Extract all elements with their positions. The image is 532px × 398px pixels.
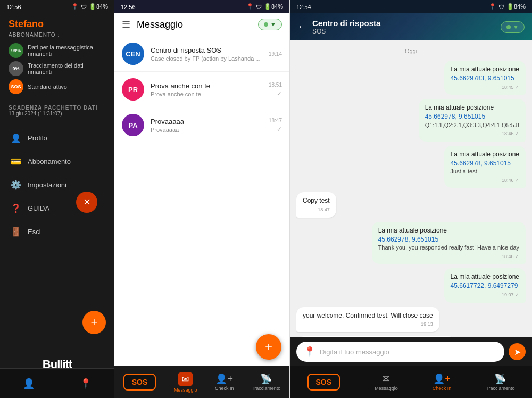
bubble-extra: Q1:1.1,Q2:2.1,Q3:3.3,Q4:4.1,Q5:5.8	[425, 121, 519, 129]
message-meta: 18:47 ✓	[269, 118, 282, 133]
messaggio-nav-item[interactable]: ✉ Messaggio	[174, 372, 197, 393]
messaggio-nav-item[interactable]: ✉ Messaggio	[375, 373, 398, 391]
chat-bottom-nav: SOS ✉ Messaggio 👤+ Check In 📡 Tracciamen…	[290, 366, 532, 398]
checkin-icon: 👤+	[215, 373, 233, 385]
message-list: CEN Centro di risposta SOS Case closed b…	[114, 36, 289, 366]
chat-bubble: La mia attuale posizione 45.662978, 9.65…	[372, 222, 526, 264]
checkin-nav-item[interactable]: 👤+ Check In	[433, 373, 452, 391]
hamburger-icon[interactable]: ☰	[122, 19, 130, 30]
messages-header: ☰ Messaggio ▼	[114, 13, 289, 36]
back-button[interactable]: ←	[297, 21, 307, 32]
nav-item-impostazioni[interactable]: ⚙️ Impostazioni	[0, 173, 114, 196]
nav-item-guida[interactable]: ❓ GUIDA	[0, 196, 114, 220]
sos-button[interactable]: SOS	[307, 374, 340, 391]
message-time: 19:14	[269, 51, 282, 57]
compose-fab[interactable]: +	[256, 334, 281, 360]
bubble-check: ✓	[515, 85, 519, 90]
stat-label-tracking: Tracciamento dei dati rimanenti	[28, 62, 106, 75]
nav-label-abbonamento: Abbonamento	[28, 157, 71, 165]
input-location-icon: 📍	[304, 346, 315, 358]
chat-panel-wrapper: 12:54 📍 🛡 🔋84% ← Centro di risposta SOS …	[290, 0, 532, 398]
bubble-text: La mia attuale posizione	[451, 272, 519, 281]
list-item[interactable]: CEN Centro di risposta SOS Case closed b…	[114, 36, 289, 72]
chat-panel: 12:54 📍 🛡 🔋84% ← Centro di risposta SOS …	[290, 0, 532, 398]
message-preview: Prova anche con te	[151, 91, 262, 97]
chat-message-row: your welcome. Confirmed test. Will close…	[296, 307, 526, 332]
send-button[interactable]: ➤	[509, 343, 526, 360]
bubble-link[interactable]: 45.6629783, 9.651015	[451, 74, 514, 82]
message-content: Centro di risposta SOS Case closed by FP…	[151, 46, 262, 62]
sidebar-username: Stefano	[9, 19, 106, 30]
close-button[interactable]: ✕	[76, 192, 97, 213]
bubble-link[interactable]: 45.662978, 9.651015	[425, 113, 485, 120]
sidebar-panel: 12:56 📍 🛡 🔋84% Stefano ABBONAMENTO : 99%…	[0, 0, 114, 398]
message-meta: 19:14	[269, 51, 282, 57]
chat-input-box[interactable]: 📍 Digita il tuo messaggio	[296, 342, 504, 362]
panel2-bottom-nav: SOS ✉ Messaggio 👤+ Check In 📡 Tracciamen…	[114, 366, 289, 398]
stat-badge-0: 0%	[9, 61, 23, 76]
bubble-link[interactable]: 45.6617722, 9.6497279	[451, 282, 518, 289]
bubble-check: ✓	[515, 178, 519, 183]
sidebar-user-section: Stefano ABBONAMENTO : 99% Dati per la me…	[0, 13, 114, 100]
sidebar-stats: 99% Dati per la messaggistica rimanenti …	[9, 43, 106, 94]
chat-chevron-down-icon: ▼	[513, 24, 519, 30]
nav-item-profilo[interactable]: 👤 Profilo	[0, 126, 114, 150]
tracciamento-nav-item[interactable]: 📡 Tracciamento	[252, 373, 280, 391]
list-item[interactable]: PR Prova anche con te Prova anche con te…	[114, 72, 289, 107]
bubble-time: 19:13	[421, 321, 433, 327]
stat-label-data: Dati per la messaggistica rimanenti	[28, 44, 106, 57]
bubble-text: La mia attuale posizione	[378, 226, 519, 235]
nav-item-esci[interactable]: 🚪 Esci	[0, 220, 114, 243]
message-preview: Provaaaaa	[151, 127, 262, 133]
nav-item-abbonamento[interactable]: 💳 Abbonamento	[0, 150, 114, 173]
bubble-meta: 18:48 ✓	[378, 253, 519, 260]
sos-nav-item[interactable]: SOS	[123, 374, 156, 391]
sidebar-time: 12:56	[6, 4, 21, 10]
checkin-nav-item[interactable]: 👤+ Check In	[215, 373, 234, 391]
bubble-time: 18:46	[502, 131, 514, 136]
bubble-link[interactable]: 45.662978, 9.651015	[451, 160, 511, 167]
messages-statusbar: 12:56 📍 🛡 🔋84%	[114, 0, 289, 13]
stat-badge-sos: SOS	[9, 79, 23, 94]
chat-bubble: La mia attuale posizione 45.6617722, 9.6…	[444, 268, 526, 302]
checkin-nav-label: Check In	[433, 386, 452, 391]
messaggio-icon: ✉	[382, 373, 390, 385]
chat-bubble: your welcome. Confirmed test. Will close…	[296, 307, 439, 332]
chat-statusbar: 12:54 📍 🛡 🔋84%	[290, 0, 532, 13]
avatar: CEN	[122, 43, 144, 65]
chat-filter-btn[interactable]: ▼	[501, 21, 525, 33]
message-time: 18:47	[269, 118, 282, 123]
chevron-down-icon: ▼	[270, 21, 276, 28]
chat-time: 12:54	[296, 4, 311, 10]
sos-nav-item[interactable]: SOS	[307, 374, 340, 391]
chat-bubble: Case closed by FP (action by Lashanda Mc…	[296, 336, 456, 337]
tracciamento-nav-item[interactable]: 📡 Tracciamento	[486, 373, 514, 391]
messages-filter-btn[interactable]: ▼	[258, 19, 282, 30]
message-sender: Provaaaaa	[151, 118, 262, 126]
bubble-extra: Just a test	[451, 168, 519, 176]
nav-label-profilo: Profilo	[28, 134, 47, 142]
sidebar-fab[interactable]: +	[82, 311, 106, 334]
bubble-link[interactable]: 45.662978, 9.651015	[378, 236, 438, 243]
messages-title: Messaggio	[137, 19, 258, 30]
chat-input-placeholder: Digita il tuo messaggio	[320, 348, 497, 356]
location-icon: 📍	[71, 3, 79, 10]
messaggio-nav-label: Messaggio	[174, 387, 197, 393]
chat-message-row: La mia attuale posizione 45.662978, 9.65…	[296, 222, 526, 264]
tracciamento-icon: 📡	[260, 373, 272, 385]
bubble-check: ✓	[515, 254, 519, 259]
chat-signal-icon: 🛡	[498, 4, 504, 10]
sos-button[interactable]: SOS	[123, 374, 156, 391]
sidebar-expiry: SCADENZA PACCHETTO DATI 13 giu 2024 (11:…	[0, 100, 114, 122]
list-item[interactable]: PA Provaaaaa Provaaaaa 18:47 ✓	[114, 107, 289, 143]
message-content: Prova anche con te Prova anche con te	[151, 82, 262, 97]
bubble-meta: 18:45 ✓	[451, 84, 519, 91]
bubble-check: ✓	[515, 131, 519, 136]
chat-message-row: La mia attuale posizione 45.662978, 9.65…	[296, 146, 526, 188]
bubble-text: La mia attuale posizione	[451, 150, 519, 159]
bubble-meta: 18:46 ✓	[451, 177, 519, 184]
sidebar-status-icons: 📍 🛡 🔋84%	[71, 3, 108, 10]
chat-green-dot-icon	[506, 25, 511, 29]
message-time: 18:51	[269, 82, 282, 88]
chat-header: ← Centro di risposta SOS ▼	[290, 13, 532, 40]
